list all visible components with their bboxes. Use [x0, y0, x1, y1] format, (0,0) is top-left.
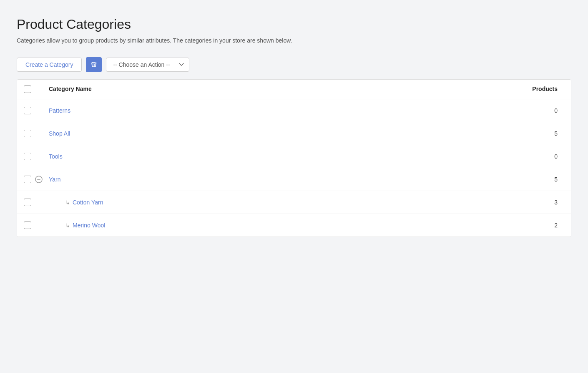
- category-link-patterns[interactable]: Patterns: [49, 107, 70, 114]
- row-checkbox-cell: [24, 130, 49, 137]
- subcategory-cell: ↳ Merino Wool: [49, 222, 514, 229]
- product-count-shop-all: 5: [514, 130, 564, 137]
- page-title: Product Categories: [17, 17, 571, 32]
- row-checkbox-cotton-yarn[interactable]: [24, 199, 31, 206]
- row-checkbox-yarn[interactable]: [24, 176, 31, 183]
- product-count-merino-wool: 2: [514, 222, 564, 229]
- category-name-cell: Shop All: [49, 130, 514, 137]
- product-count-patterns: 0: [514, 107, 564, 114]
- table-row: Shop All 5: [17, 122, 571, 145]
- row-checkbox-cell: [24, 222, 49, 229]
- page-description: Categories allow you to group products b…: [17, 37, 571, 44]
- table-header: Category Name Products: [17, 80, 571, 99]
- row-checkbox-cell: [24, 176, 49, 183]
- table-row: ↳ Cotton Yarn 3: [17, 191, 571, 214]
- row-checkbox-cell: [24, 199, 49, 206]
- subcategory-arrow-icon: ↳: [65, 199, 70, 206]
- table-row: Yarn 5: [17, 168, 571, 191]
- table-row: Tools 0: [17, 145, 571, 168]
- subcategory-arrow-icon: ↳: [65, 222, 70, 229]
- table-row: Patterns 0: [17, 99, 571, 122]
- row-checkbox-cell: [24, 107, 49, 114]
- category-link-merino-wool[interactable]: Merino Wool: [73, 222, 105, 229]
- create-category-button[interactable]: Create a Category: [17, 58, 82, 72]
- category-link-tools[interactable]: Tools: [49, 153, 63, 160]
- subcategory-cell: ↳ Cotton Yarn: [49, 199, 514, 206]
- category-name-cell: Yarn: [49, 176, 514, 183]
- categories-table: Category Name Products Patterns 0 Shop A…: [17, 79, 571, 237]
- delete-button[interactable]: [86, 57, 102, 72]
- category-name-header: Category Name: [49, 86, 514, 93]
- table-row: ↳ Merino Wool 2: [17, 214, 571, 237]
- row-checkbox-patterns[interactable]: [24, 107, 31, 114]
- product-count-yarn: 5: [514, 176, 564, 183]
- category-name-cell: Patterns: [49, 107, 514, 114]
- row-checkbox-cell: [24, 153, 49, 160]
- collapse-icon[interactable]: [35, 176, 43, 183]
- products-header: Products: [514, 86, 564, 93]
- header-checkbox-cell: [24, 86, 49, 93]
- category-name-cell: Tools: [49, 153, 514, 160]
- category-link-shop-all[interactable]: Shop All: [49, 130, 70, 137]
- product-count-tools: 0: [514, 153, 564, 160]
- row-checkbox-merino-wool[interactable]: [24, 222, 31, 229]
- toolbar: Create a Category -- Choose an Action --…: [17, 57, 571, 79]
- category-link-cotton-yarn[interactable]: Cotton Yarn: [73, 199, 103, 206]
- trash-icon: [90, 61, 97, 68]
- action-select[interactable]: -- Choose an Action -- Delete Selected: [106, 58, 189, 72]
- product-count-cotton-yarn: 3: [514, 199, 564, 206]
- row-checkbox-shop-all[interactable]: [24, 130, 31, 137]
- select-all-checkbox[interactable]: [24, 86, 31, 93]
- svg-rect-1: [37, 179, 40, 180]
- row-checkbox-tools[interactable]: [24, 153, 31, 160]
- category-link-yarn[interactable]: Yarn: [49, 176, 61, 183]
